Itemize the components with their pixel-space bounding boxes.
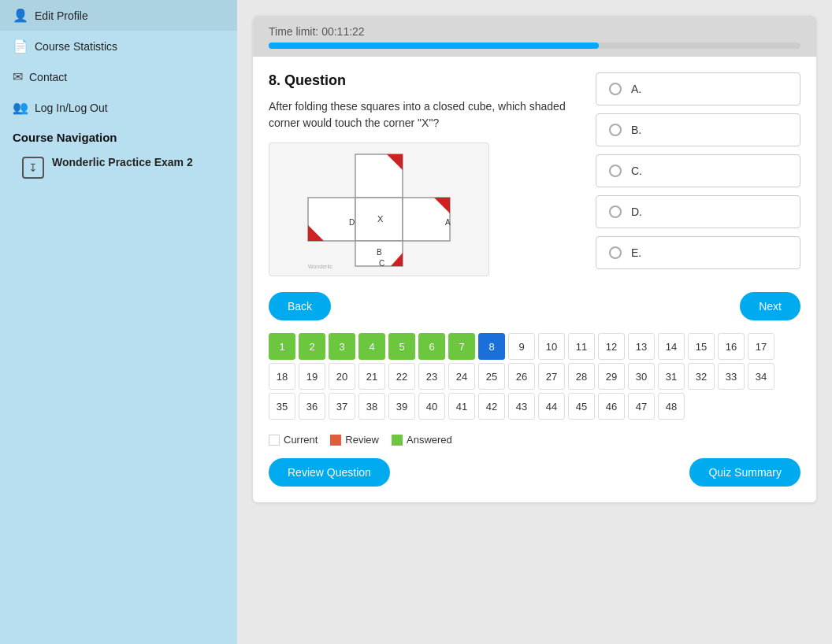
sidebar-item-label: Course Statistics <box>35 40 117 53</box>
review-question-button[interactable]: Review Question <box>269 458 390 487</box>
answer-label-b: B. <box>631 124 641 136</box>
number-cell-34[interactable]: 34 <box>748 363 774 390</box>
svg-text:Wonderlic: Wonderlic <box>308 264 332 269</box>
sidebar-item-edit-profile[interactable]: 👤 Edit Profile <box>0 0 237 31</box>
number-cell-48[interactable]: 48 <box>658 393 685 420</box>
answer-options: A. B. C. D. E. <box>596 72 800 276</box>
number-cell-10[interactable]: 10 <box>538 333 565 360</box>
number-cell-27[interactable]: 27 <box>538 363 565 390</box>
number-cell-12[interactable]: 12 <box>598 333 625 360</box>
number-cell-43[interactable]: 43 <box>508 393 535 420</box>
number-cell-42[interactable]: 42 <box>478 393 505 420</box>
number-cell-20[interactable]: 20 <box>329 363 355 390</box>
sidebar-item-login-logout[interactable]: 👥 Log In/Log Out <box>0 92 237 123</box>
number-cell-30[interactable]: 30 <box>628 363 655 390</box>
number-cell-18[interactable]: 18 <box>269 363 295 390</box>
number-cell-33[interactable]: 33 <box>718 363 745 390</box>
legend-answered-label: Answered <box>407 434 452 446</box>
number-cell-26[interactable]: 26 <box>508 363 535 390</box>
number-cell-28[interactable]: 28 <box>568 363 595 390</box>
number-cell-29[interactable]: 29 <box>598 363 625 390</box>
legend-answered: Answered <box>392 434 452 446</box>
number-cell-15[interactable]: 15 <box>688 333 715 360</box>
number-cell-40[interactable]: 40 <box>418 393 445 420</box>
radio-b[interactable] <box>609 124 622 136</box>
svg-text:A: A <box>445 218 451 227</box>
number-cell-37[interactable]: 37 <box>329 393 355 420</box>
number-cell-19[interactable]: 19 <box>299 363 325 390</box>
course-navigation-title: Course Navigation <box>0 123 237 149</box>
svg-text:D: D <box>349 218 355 227</box>
number-cell-32[interactable]: 32 <box>688 363 715 390</box>
number-cell-2[interactable]: 2 <box>299 333 325 360</box>
course-icon: ↧ <box>22 157 44 179</box>
question-section: 8. Question After folding these squares … <box>253 57 816 284</box>
number-cell-3[interactable]: 3 <box>329 333 355 360</box>
number-cell-35[interactable]: 35 <box>269 393 295 420</box>
number-cell-36[interactable]: 36 <box>299 393 325 420</box>
question-left: 8. Question After folding these squares … <box>269 72 580 276</box>
number-cell-24[interactable]: 24 <box>448 363 475 390</box>
sidebar-item-course-statistics[interactable]: 📄 Course Statistics <box>0 31 237 61</box>
number-cell-9[interactable]: 9 <box>508 333 535 360</box>
sidebar-item-contact[interactable]: ✉ Contact <box>0 61 237 92</box>
answer-label-e: E. <box>631 246 641 259</box>
number-cell-1[interactable]: 1 <box>269 333 295 360</box>
legend-review-label: Review <box>345 434 379 446</box>
answer-label-a: A. <box>631 83 641 95</box>
course-label: Wonderlic Practice Exam 2 <box>52 155 193 169</box>
login-icon: 👥 <box>13 100 28 115</box>
radio-a[interactable] <box>609 83 622 95</box>
number-cell-39[interactable]: 39 <box>388 393 415 420</box>
number-cell-17[interactable]: 17 <box>748 333 774 360</box>
radio-c[interactable] <box>609 165 622 177</box>
sidebar-item-label: Log In/Log Out <box>35 102 108 114</box>
quiz-summary-button[interactable]: Quiz Summary <box>689 458 800 487</box>
number-cell-14[interactable]: 14 <box>658 333 685 360</box>
radio-d[interactable] <box>609 205 622 218</box>
number-cell-11[interactable]: 11 <box>568 333 595 360</box>
number-cell-31[interactable]: 31 <box>658 363 685 390</box>
answer-option-c[interactable]: C. <box>596 154 800 187</box>
number-cell-25[interactable]: 25 <box>478 363 505 390</box>
sidebar-item-label: Edit Profile <box>35 9 88 22</box>
legend-review: Review <box>330 434 379 446</box>
contact-icon: ✉ <box>13 69 23 84</box>
number-cell-46[interactable]: 46 <box>598 393 625 420</box>
question-text: After folding these squares into a close… <box>269 98 580 131</box>
number-cell-38[interactable]: 38 <box>358 393 385 420</box>
number-cell-23[interactable]: 23 <box>418 363 445 390</box>
number-cell-4[interactable]: 4 <box>358 333 385 360</box>
answer-option-a[interactable]: A. <box>596 72 800 105</box>
answer-option-e[interactable]: E. <box>596 236 800 269</box>
number-cell-6[interactable]: 6 <box>418 333 445 360</box>
number-cell-44[interactable]: 44 <box>538 393 565 420</box>
number-cell-13[interactable]: 13 <box>628 333 655 360</box>
number-cell-8[interactable]: 8 <box>478 333 505 360</box>
sidebar-course-item[interactable]: ↧ Wonderlic Practice Exam 2 <box>0 149 237 185</box>
sidebar: 👤 Edit Profile 📄 Course Statistics ✉ Con… <box>0 0 237 644</box>
number-cell-22[interactable]: 22 <box>388 363 415 390</box>
answer-label-d: D. <box>631 205 642 218</box>
legend: Current Review Answered <box>253 427 816 455</box>
answer-option-d[interactable]: D. <box>596 195 800 228</box>
radio-e[interactable] <box>609 246 622 259</box>
next-button[interactable]: Next <box>740 292 800 320</box>
number-cell-41[interactable]: 41 <box>448 393 475 420</box>
legend-current: Current <box>269 434 318 446</box>
number-cell-5[interactable]: 5 <box>388 333 415 360</box>
question-image: X D A B C <box>269 142 489 276</box>
back-button[interactable]: Back <box>269 292 331 320</box>
timer-section: Time limit: 00:11:22 <box>253 16 816 57</box>
number-grid-section: 1234567891011121314151617181920212223242… <box>253 333 816 427</box>
timer-progress-background <box>269 43 800 49</box>
cube-net-svg: X D A B C <box>277 146 481 272</box>
bottom-buttons-row: Review Question Quiz Summary <box>253 455 816 487</box>
number-cell-16[interactable]: 16 <box>718 333 745 360</box>
answer-option-b[interactable]: B. <box>596 113 800 146</box>
quiz-card: Time limit: 00:11:22 8. Question After f… <box>253 16 816 502</box>
number-cell-47[interactable]: 47 <box>628 393 655 420</box>
number-cell-7[interactable]: 7 <box>448 333 475 360</box>
number-cell-45[interactable]: 45 <box>568 393 595 420</box>
number-cell-21[interactable]: 21 <box>358 363 385 390</box>
